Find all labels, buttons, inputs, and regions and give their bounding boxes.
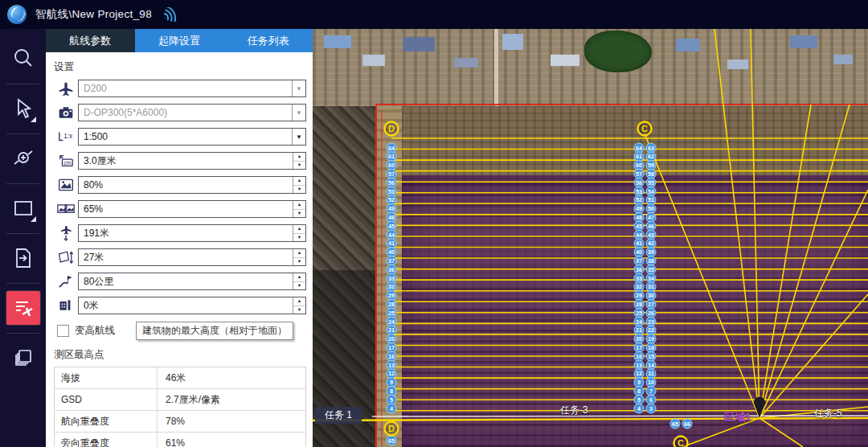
dropdown-arrow-icon: ▼ — [292, 105, 305, 121]
svg-text:3: 3 — [649, 405, 653, 412]
svg-text:50: 50 — [648, 205, 654, 212]
svg-text:21: 21 — [388, 326, 395, 334]
svg-text:45: 45 — [636, 223, 642, 230]
svg-text:13: 13 — [388, 362, 395, 369]
flight-plan-overlay: 6461605756535249484544414037363332292825… — [313, 29, 868, 447]
svg-text:63: 63 — [648, 145, 654, 152]
draw-area-tool-button[interactable] — [0, 183, 46, 233]
svg-text:39: 39 — [648, 248, 654, 256]
field-building-height: 0米 ▲▼ — [54, 297, 306, 314]
spinner-buttons[interactable]: ▲▼ — [293, 273, 305, 289]
svg-text:51: 51 — [648, 196, 654, 203]
app-logo-icon — [7, 5, 27, 24]
flight-altitude-icon — [54, 225, 78, 241]
spinner-buttons[interactable]: ▲▼ — [293, 297, 305, 314]
aircraft-select[interactable]: D200 ▼ — [78, 80, 306, 97]
svg-text:61: 61 — [388, 153, 395, 160]
svg-text:4: 4 — [390, 405, 393, 412]
svg-text:12: 12 — [388, 370, 395, 377]
svg-text:57: 57 — [636, 170, 642, 178]
camera-select[interactable]: D-OP300(5*A6000) ▼ — [78, 104, 306, 121]
tab-route-params[interactable]: 航线参数 — [46, 29, 135, 52]
route-length-input[interactable]: 80公里 ▲▼ — [78, 273, 306, 290]
svg-text:35: 35 — [648, 266, 654, 273]
svg-text:49: 49 — [388, 205, 395, 212]
svg-text:36: 36 — [636, 266, 642, 273]
svg-text:40: 40 — [388, 248, 395, 256]
submenu-corner-icon — [31, 216, 36, 222]
svg-text:22: 22 — [648, 326, 654, 334]
add-point-tool-button[interactable] — [0, 133, 46, 183]
svg-text:8: 8 — [390, 388, 393, 395]
spinner-buttons[interactable]: ▲▼ — [293, 153, 305, 169]
variable-height-label: 变高航线 — [75, 324, 115, 338]
route-edit-tool-button[interactable] — [0, 283, 46, 333]
stats-section-label: 测区最高点 — [54, 348, 306, 362]
active-tool-highlight — [6, 291, 40, 325]
building-height-input[interactable]: 0米 ▲▼ — [78, 297, 306, 314]
svg-text:C: C — [641, 124, 648, 133]
svg-text:62: 62 — [648, 153, 654, 160]
svg-text:66: 66 — [684, 420, 690, 428]
field-route-length: 80公里 ▲▼ — [54, 273, 306, 290]
title-bar: 智航线\New Project_98 — [0, 0, 868, 29]
svg-text:29: 29 — [388, 292, 395, 299]
spinner-buttons[interactable]: ▲▼ — [293, 249, 305, 265]
svg-text:5: 5 — [637, 396, 641, 404]
gsd-icon: cm — [54, 153, 78, 169]
field-side-overlap: 65% ▲▼ — [54, 200, 306, 218]
flight-altitude-input[interactable]: 191米 ▲▼ — [78, 224, 306, 242]
svg-text:9: 9 — [637, 379, 641, 386]
spinner-buttons[interactable]: ▲▼ — [293, 201, 305, 217]
route-plane-icon — [12, 297, 35, 319]
task-label-3[interactable]: 任务-3 — [560, 404, 588, 417]
spinner-buttons[interactable]: ▲▼ — [293, 225, 305, 241]
settings-section-label: 设置 — [54, 60, 306, 74]
svg-text:25: 25 — [636, 310, 642, 317]
svg-text:65: 65 — [672, 420, 678, 428]
stats-table: 海拔 46米 GSD 2.7厘米/像素 航向重叠度 78% 旁向重叠度 61% — [54, 367, 306, 447]
search-tool-button[interactable] — [0, 34, 46, 84]
layers-tool-button[interactable] — [0, 333, 46, 383]
svg-text:17: 17 — [636, 344, 642, 351]
select-tool-button[interactable] — [0, 84, 46, 133]
gsd-input[interactable]: 3.0厘米 ▲▼ — [78, 152, 306, 170]
svg-text:64: 64 — [388, 145, 395, 152]
svg-text:64: 64 — [636, 145, 642, 152]
tab-task-list[interactable]: 任务列表 — [223, 29, 313, 52]
svg-text:28: 28 — [636, 301, 642, 308]
scale-select[interactable]: 1:500 ▼ — [78, 128, 306, 146]
side-overlap-input[interactable]: 65% ▲▼ — [78, 200, 306, 218]
terrain-height-input[interactable]: 27米 ▲▼ — [78, 248, 306, 266]
field-scale: 1:x 1:500 ▼ — [54, 128, 306, 146]
svg-text:8: 8 — [637, 388, 641, 395]
svg-text:13: 13 — [636, 362, 642, 369]
svg-text:D: D — [388, 424, 395, 433]
svg-text:36: 36 — [388, 266, 395, 273]
svg-text:24: 24 — [388, 318, 395, 326]
spinner-buttons[interactable]: ▲▼ — [293, 177, 305, 193]
window-title: 智航线\New Project_98 — [35, 7, 152, 22]
task-label-1[interactable]: 任务 1 — [315, 407, 362, 424]
map-viewport[interactable]: 6461605756535249484544414037363332292825… — [313, 29, 868, 447]
forward-overlap-input[interactable]: 80% ▲▼ — [78, 176, 306, 194]
svg-text:1:x: 1:x — [63, 133, 72, 140]
transit-line — [760, 190, 868, 418]
variable-height-checkbox[interactable] — [57, 325, 69, 337]
takeoff-pin[interactable] — [754, 396, 765, 418]
import-tool-button[interactable] — [0, 233, 46, 283]
building-height-icon — [54, 297, 78, 314]
svg-text:6: 6 — [649, 396, 653, 404]
forward-overlap-icon — [54, 178, 78, 192]
settings-panel: 航线参数 起降设置 任务列表 设置 D200 ▼ — [46, 29, 313, 447]
table-row: GSD 2.7厘米/像素 — [55, 389, 305, 411]
tab-takeoff-landing[interactable]: 起降设置 — [135, 29, 224, 52]
field-gsd: cm 3.0厘米 ▲▼ — [54, 152, 306, 170]
area-label-1[interactable]: 区域1 — [724, 410, 751, 424]
svg-text:33: 33 — [636, 275, 642, 282]
svg-text:61: 61 — [636, 153, 642, 160]
aircraft-icon — [54, 80, 78, 96]
transit-line — [760, 105, 850, 418]
task-label-5[interactable]: 任务-5 — [814, 407, 842, 420]
svg-text:25: 25 — [388, 310, 395, 317]
